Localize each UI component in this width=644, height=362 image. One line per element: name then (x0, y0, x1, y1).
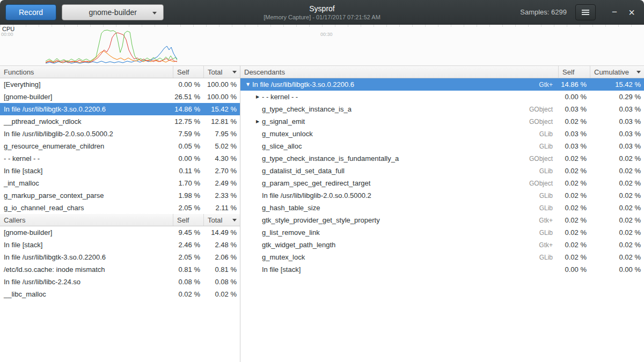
total-percent-cell: 100.00 % (203, 93, 240, 101)
function-name-cell: In file /usr/lib/libc-2.24.so (0, 278, 173, 286)
function-name-cell: - - kernel - - (0, 154, 173, 162)
table-row[interactable]: g_mutex_lockGLib0.02 %0.02 % (240, 251, 644, 263)
table-row[interactable]: g_type_check_instance_is_fundamentally_a… (240, 152, 644, 165)
callers-total-column-header[interactable]: Total (203, 214, 240, 226)
self-percent-cell: 26.51 % (173, 93, 203, 101)
function-name-cell: _int_malloc (0, 179, 173, 187)
cumulative-percent-cell: 0.02 % (590, 179, 644, 187)
total-percent-cell: 12.81 % (203, 117, 240, 125)
total-percent-cell: 0.08 % (203, 278, 240, 286)
expander-down-icon[interactable]: ▼ (244, 82, 252, 87)
descendant-name-cell: g_type_check_instance_is_aGObject (240, 105, 558, 113)
table-row[interactable]: In file [stack]2.46 %2.48 % (0, 239, 240, 251)
table-row[interactable]: g_resource_enumerate_children0.05 %5.02 … (0, 140, 240, 152)
table-row[interactable]: __libc_malloc0.02 %0.02 % (0, 288, 240, 300)
cpu-graph[interactable]: CPU 00:00 00:30 (0, 25, 644, 66)
table-row[interactable]: g_param_spec_get_redirect_targetGObject0… (240, 177, 644, 189)
self-percent-cell: 0.03 % (558, 130, 590, 138)
table-row[interactable]: ▼In file /usr/lib/libgtk-3.so.0.2200.6Gt… (240, 78, 644, 91)
descendant-name-label: - - kernel - - (262, 93, 298, 101)
library-badge: Gtk+ (539, 241, 558, 249)
table-row[interactable]: /etc/ld.so.cache: inode mismatch0.81 %0.… (0, 263, 240, 276)
process-selector-label: gnome-builder (89, 8, 137, 17)
chevron-down-icon (152, 12, 157, 14)
self-percent-cell: 1.98 % (173, 191, 203, 200)
library-badge: Gtk+ (539, 217, 558, 224)
self-percent-cell: 0.03 % (558, 105, 590, 113)
table-row[interactable]: ▶- - kernel - -0.00 %0.29 % (240, 91, 644, 103)
table-row[interactable]: g_io_channel_read_chars2.05 %2.11 % (0, 202, 240, 214)
table-row[interactable]: [gnome-builder]9.45 %14.49 % (0, 226, 240, 239)
close-button[interactable]: × (625, 5, 639, 19)
table-row[interactable]: g_list_remove_linkGLib0.02 %0.02 % (240, 226, 644, 239)
table-row[interactable]: ▶g_signal_emitGObject0.02 %0.03 % (240, 115, 644, 128)
cpu-usage-lines (0, 25, 644, 66)
function-name-cell: In file /usr/lib/libgtk-3.so.0.2200.6 (0, 105, 173, 113)
functions-column-header[interactable]: Functions (0, 66, 173, 78)
table-row[interactable]: g_type_check_instance_is_aGObject0.03 %0… (240, 103, 644, 115)
self-percent-cell: 0.05 % (173, 142, 203, 150)
function-name-cell: /etc/ld.so.cache: inode mismatch (0, 265, 173, 274)
table-row[interactable]: g_slice_allocGLib0.03 %0.03 % (240, 140, 644, 152)
minimize-button[interactable]: − (608, 5, 621, 19)
table-row[interactable]: In file [stack]0.11 %2.70 % (0, 165, 240, 177)
table-row[interactable]: In file /usr/lib/libgtk-3.so.0.2200.62.0… (0, 251, 240, 263)
descendant-name-label: g_list_remove_link (262, 228, 320, 237)
expander-right-icon[interactable]: ▶ (253, 119, 262, 124)
descendant-name-label: gtk_style_provider_get_style_property (262, 216, 380, 224)
callers-column-header[interactable]: Callers (0, 214, 173, 226)
callers-self-column-header[interactable]: Self (173, 214, 203, 226)
descendants-column-header[interactable]: Descendants (240, 66, 558, 78)
total-header-label: Total (208, 216, 222, 224)
table-row[interactable]: _int_malloc1.70 %2.49 % (0, 177, 240, 189)
table-row[interactable]: - - kernel - -0.00 %4.30 % (0, 152, 240, 165)
descendants-cumulative-column-header[interactable]: Cumulative (590, 66, 644, 78)
descendant-name-cell: In file /usr/lib/libglib-2.0.so.0.5000.2… (240, 191, 558, 200)
process-selector-dropdown[interactable]: gnome-builder (62, 4, 164, 20)
function-name-cell: g_markup_parse_context_parse (0, 191, 173, 200)
expander-right-icon[interactable]: ▶ (253, 94, 262, 99)
descendants-self-column-header[interactable]: Self (558, 66, 590, 78)
table-row[interactable]: In file /usr/lib/libgtk-3.so.0.2200.614.… (0, 103, 240, 115)
table-row[interactable]: In file /usr/lib/libglib-2.0.so.0.5000.2… (240, 189, 644, 202)
total-percent-cell: 15.42 % (203, 105, 240, 113)
table-row[interactable]: g_datalist_id_set_data_fullGLib0.02 %0.0… (240, 165, 644, 177)
descendant-name-label: g_signal_emit (262, 117, 305, 125)
function-name-cell: In file /usr/lib/libgtk-3.so.0.2200.6 (0, 253, 173, 261)
library-badge: GLib (539, 229, 558, 237)
total-percent-cell: 2.33 % (203, 191, 240, 200)
time-label-mid: 00:30 (320, 32, 333, 37)
table-row[interactable]: In file [stack]0.00 %0.00 % (240, 263, 644, 276)
function-name-cell: In file [stack] (0, 241, 173, 249)
self-percent-cell: 0.02 % (558, 228, 590, 237)
descendant-name-cell: g_type_check_instance_is_fundamentally_a… (240, 154, 558, 162)
table-row[interactable]: __pthread_rwlock_rdlock12.75 %12.81 % (0, 115, 240, 128)
record-button[interactable]: Record (5, 4, 56, 20)
table-row[interactable]: In file /usr/lib/libglib-2.0.so.0.5000.2… (0, 128, 240, 140)
sysprof-window: Record gnome-builder Sysprof [Memory Cap… (0, 0, 644, 362)
functions-table-header: Functions Self Total (0, 66, 240, 78)
menu-button[interactable] (575, 4, 596, 20)
descendant-name-label: g_hash_table_size (262, 204, 320, 212)
self-percent-cell: 12.75 % (173, 117, 203, 125)
descendant-name-cell: g_mutex_unlockGLib (240, 130, 558, 138)
table-row[interactable]: g_mutex_unlockGLib0.03 %0.03 % (240, 128, 644, 140)
table-row[interactable]: g_markup_parse_context_parse1.98 %2.33 % (0, 189, 240, 202)
table-row[interactable]: g_hash_table_sizeGLib0.02 %0.02 % (240, 202, 644, 214)
cumulative-percent-cell: 0.03 % (590, 105, 644, 113)
self-percent-cell: 0.02 % (558, 253, 590, 261)
table-row[interactable]: [gnome-builder]26.51 %100.00 % (0, 91, 240, 103)
functions-total-column-header[interactable]: Total (203, 66, 240, 78)
cumulative-percent-cell: 0.02 % (590, 191, 644, 200)
table-row[interactable]: gtk_style_provider_get_style_propertyGtk… (240, 214, 644, 226)
table-row[interactable]: gtk_widget_path_lengthGtk+0.02 %0.02 % (240, 239, 644, 251)
descendant-name-cell: g_mutex_lockGLib (240, 253, 558, 261)
cumulative-percent-cell: 0.02 % (590, 216, 644, 224)
self-percent-cell: 1.70 % (173, 179, 203, 187)
descendant-name-label: g_type_check_instance_is_fundamentally_a (262, 154, 399, 162)
self-percent-cell: 0.02 % (558, 167, 590, 175)
table-row[interactable]: In file /usr/lib/libc-2.24.so0.08 %0.08 … (0, 276, 240, 288)
table-row[interactable]: [Everything]0.00 %100.00 % (0, 78, 240, 91)
functions-self-column-header[interactable]: Self (173, 66, 203, 78)
self-percent-cell: 0.08 % (173, 278, 203, 286)
